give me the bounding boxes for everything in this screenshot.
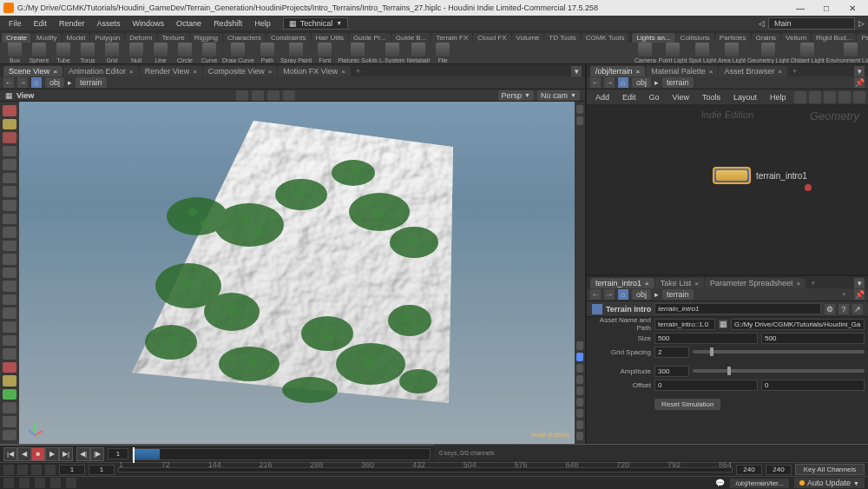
range-start-input[interactable] xyxy=(89,465,115,475)
close-icon[interactable]: × xyxy=(636,68,641,76)
shelf-tab[interactable]: Modify xyxy=(32,33,62,43)
pane-menu-icon[interactable]: ▾ xyxy=(854,66,865,76)
net-menu-edit[interactable]: Edit xyxy=(617,92,641,102)
status-icon[interactable] xyxy=(35,478,45,488)
step-forward-button[interactable]: |▶ xyxy=(90,447,104,461)
tab-scene-view[interactable]: Scene View× xyxy=(3,66,62,76)
menu-help[interactable]: Help xyxy=(249,18,276,29)
net-menu-view[interactable]: View xyxy=(667,92,694,102)
menu-windows[interactable]: Windows xyxy=(128,18,170,29)
play-backward-button[interactable]: ◀ xyxy=(17,447,31,461)
tab-composite-view[interactable]: Composite View× xyxy=(203,66,278,76)
shelf-tab[interactable]: Model xyxy=(62,33,90,43)
camera-dropdown[interactable]: No cam▼ xyxy=(537,90,580,101)
gear-icon[interactable]: ⚙ xyxy=(825,304,835,314)
shelf-tool[interactable]: Draw Curve xyxy=(222,43,254,63)
viewport-tool-icon[interactable] xyxy=(3,294,16,306)
shelf-tool[interactable]: Area Light xyxy=(718,43,746,63)
size-y-input[interactable] xyxy=(761,333,865,344)
viewport-tool-icon[interactable] xyxy=(3,119,16,130)
display-opt-icon[interactable] xyxy=(576,341,583,350)
viewport-tool-icon[interactable] xyxy=(3,362,16,373)
path-terrain[interactable]: terrain xyxy=(76,77,107,88)
menu-redshift[interactable]: Redshift xyxy=(208,18,247,29)
stop-button[interactable]: ■ xyxy=(31,447,45,461)
shelf-tool[interactable]: L-System xyxy=(379,43,405,63)
shelf-tool[interactable]: Spray Paint xyxy=(280,43,312,63)
pane-type-icon[interactable]: ▦ xyxy=(5,91,13,100)
shelf-tab[interactable]: Rigging xyxy=(190,33,222,43)
shelf-tool[interactable]: Path xyxy=(256,43,279,63)
node-name-input[interactable] xyxy=(654,303,821,314)
viewport-tool-icon[interactable] xyxy=(3,241,16,252)
path-obj[interactable]: obj xyxy=(632,289,651,300)
viewport-tool-icon[interactable] xyxy=(3,159,16,170)
shelf-tool[interactable]: Tube xyxy=(52,43,75,63)
shelf-tool[interactable]: Distant Light xyxy=(791,43,825,63)
current-frame-input[interactable] xyxy=(108,448,128,459)
tab-terrain-intro[interactable]: terrain_intro1× xyxy=(590,278,654,288)
shelf-tab[interactable]: Cloud FX xyxy=(473,33,510,43)
shelf-tool[interactable]: Font xyxy=(313,43,336,63)
net-menu-go[interactable]: Go xyxy=(644,92,665,102)
slider-thumb[interactable] xyxy=(727,367,731,375)
shelf-tab[interactable]: Lights an... xyxy=(632,33,674,43)
back-icon[interactable]: ← xyxy=(590,77,601,88)
integer-frame-icon[interactable] xyxy=(31,465,42,475)
net-tool-icon[interactable] xyxy=(824,91,836,103)
viewport-tool-icon[interactable] xyxy=(3,214,16,225)
close-icon[interactable]: × xyxy=(796,280,800,287)
range-slider[interactable]: 172144216288360432504576648720792864 xyxy=(118,467,733,472)
desktop-layout-dropdown[interactable]: ▦ Technical ▼ xyxy=(283,17,348,30)
home-icon[interactable]: ⌂ xyxy=(618,77,628,88)
slider-thumb[interactable] xyxy=(710,347,713,356)
offset-x-input[interactable] xyxy=(654,380,758,391)
back-icon[interactable]: ← xyxy=(3,77,14,88)
viewport-tool-icon[interactable] xyxy=(3,268,16,279)
collapse-right-icon[interactable]: ▷ xyxy=(858,19,865,28)
forward-icon[interactable]: → xyxy=(604,77,615,88)
tab-motionfx-view[interactable]: Motion FX View× xyxy=(278,66,351,76)
shelf-tool[interactable]: Box xyxy=(3,43,26,63)
end-frame-input[interactable] xyxy=(766,465,792,475)
shelf-tab-create[interactable]: Create xyxy=(2,33,31,43)
status-icon[interactable] xyxy=(66,478,76,488)
shelf-tab[interactable]: Grains xyxy=(752,33,781,43)
reset-simulation-button[interactable]: Reset Simulation xyxy=(654,399,720,410)
display-opt-icon[interactable] xyxy=(576,432,583,440)
status-icon[interactable] xyxy=(50,478,61,488)
loop-mode-icon[interactable] xyxy=(17,465,28,475)
add-tab-button[interactable]: + xyxy=(806,278,819,288)
window-close-button[interactable]: ✕ xyxy=(840,1,865,15)
viewport-tool-icon[interactable] xyxy=(3,132,16,143)
cook-node-path[interactable]: /obj/terrain/ter... xyxy=(730,479,789,488)
snap-prim-icon[interactable] xyxy=(267,90,279,101)
pane-menu-icon[interactable]: ▾ xyxy=(854,278,865,288)
start-frame-input[interactable] xyxy=(59,465,85,475)
net-tool-icon[interactable] xyxy=(853,91,865,103)
shelf-tool[interactable]: Spot Light xyxy=(689,43,717,63)
viewport-tool-icon[interactable] xyxy=(3,335,16,347)
display-opt-icon[interactable] xyxy=(576,353,583,361)
net-menu-help[interactable]: Help xyxy=(765,92,792,102)
net-menu-add[interactable]: Add xyxy=(590,92,615,102)
shelf-tab[interactable]: Particles xyxy=(715,33,751,43)
tab-network-terrain[interactable]: /obj/terrain× xyxy=(590,66,645,76)
key-all-channels-button[interactable]: Key All Channels xyxy=(795,464,865,475)
snap-multi-icon[interactable] xyxy=(283,90,295,101)
add-button[interactable]: + xyxy=(838,289,851,300)
shelf-tab[interactable]: TD Tools xyxy=(544,33,580,43)
shelf-tool[interactable]: Platonic Solids xyxy=(338,43,378,63)
window-maximize-button[interactable]: □ xyxy=(814,1,838,15)
offset-y-input[interactable] xyxy=(761,380,865,391)
shelf-tool[interactable]: Grid xyxy=(101,43,123,63)
tab-material-palette[interactable]: Material Palette× xyxy=(646,66,718,76)
display-opt-icon[interactable] xyxy=(576,364,583,373)
tab-asset-browser[interactable]: Asset Browser× xyxy=(719,66,787,76)
shelf-tool[interactable]: Metaball xyxy=(407,43,430,63)
viewport-tool-icon[interactable] xyxy=(3,375,16,387)
shelf-tab[interactable]: Deform xyxy=(125,33,156,43)
viewport-tool-icon[interactable] xyxy=(3,200,16,211)
menu-file[interactable]: File xyxy=(3,18,27,29)
first-frame-button[interactable]: |◀ xyxy=(3,447,17,461)
